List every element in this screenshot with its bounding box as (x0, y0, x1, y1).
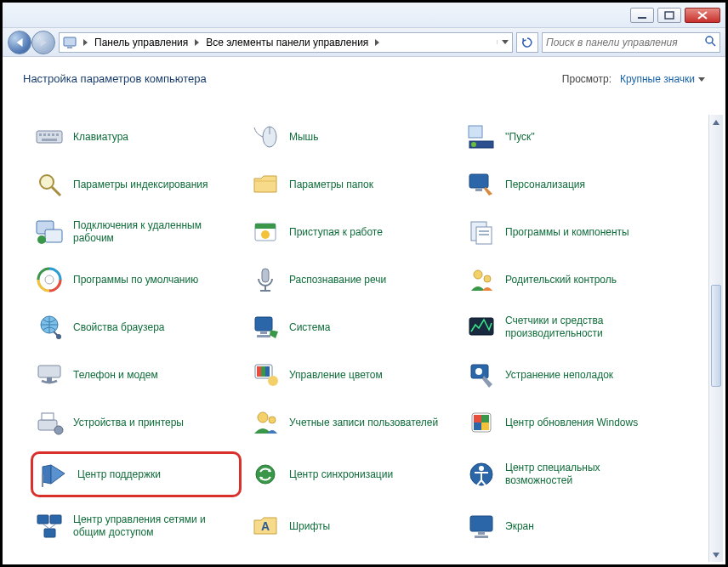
address-bar[interactable]: Панель управления Все элементы панели уп… (59, 32, 513, 53)
address-dropdown-button[interactable] (497, 40, 512, 44)
color-mgmt-icon (250, 360, 281, 390)
control-panel-item-label: Телефон и модем (73, 369, 158, 382)
control-panel-item-label: Программы по умолчанию (73, 274, 198, 286)
control-panel-item[interactable]: Электропитание (31, 555, 242, 562)
region-language-icon (250, 558, 281, 562)
svg-rect-41 (255, 317, 272, 331)
control-panel-item[interactable]: Клавиатура (31, 118, 242, 156)
search-input[interactable] (546, 37, 704, 48)
refresh-button[interactable] (516, 32, 538, 53)
control-panel-item[interactable]: Распознавание речи (247, 261, 458, 298)
chevron-right-icon (195, 39, 199, 46)
control-panel-item[interactable]: Управление цветом (247, 356, 458, 394)
control-panel-item[interactable]: Родительский контроль (463, 261, 674, 298)
svg-rect-60 (474, 415, 481, 422)
control-panel-item[interactable]: Центр специальных возможностей (463, 451, 674, 497)
control-panel-item[interactable]: Телефон и модем (31, 356, 242, 394)
svg-rect-1 (665, 12, 674, 19)
scroll-thumb[interactable] (711, 285, 721, 387)
breadcrumb-level1[interactable]: Панель управления (91, 37, 191, 48)
control-panel-item[interactable]: Центр поддержки (31, 451, 242, 497)
control-panel-item[interactable]: Центр обновления Windows (463, 404, 674, 441)
vertical-scrollbar[interactable] (708, 115, 723, 562)
control-panel-item[interactable]: Свойства браузера (31, 309, 242, 346)
svg-point-53 (475, 368, 482, 375)
svg-rect-12 (42, 139, 57, 141)
breadcrumb-level2[interactable]: Все элементы панели управления (202, 37, 372, 48)
control-panel-item[interactable]: Система (247, 309, 458, 346)
control-panel-item[interactable]: Мышь (247, 118, 458, 156)
control-panel-item[interactable]: Центр управления сетями и общим доступом (31, 507, 242, 545)
control-panel-item[interactable]: ''Пуск'' (463, 118, 674, 156)
svg-rect-63 (481, 422, 489, 430)
search-icon (704, 35, 716, 49)
power-icon (34, 558, 65, 562)
system-icon (250, 312, 281, 343)
content-pane: КлавиатураМышь''Пуск''Параметры индексир… (5, 115, 723, 562)
svg-point-27 (261, 230, 270, 239)
control-panel-item-label: Центр специальных возможностей (505, 462, 670, 487)
control-panel-item[interactable]: Учетные записи пользователей (247, 404, 458, 441)
svg-rect-69 (50, 515, 61, 524)
svg-point-4 (706, 37, 713, 43)
control-panel-item[interactable]: Параметры папок (247, 166, 458, 203)
control-panel-item[interactable]: Экран (463, 507, 674, 545)
back-button[interactable] (8, 31, 31, 54)
control-panel-item-label: Экран (505, 520, 534, 533)
svg-rect-55 (42, 413, 54, 420)
scroll-down-button[interactable] (709, 547, 723, 562)
svg-rect-74 (470, 516, 492, 531)
control-panel-item[interactable]: Параметры индексирования (31, 166, 242, 203)
svg-point-40 (56, 334, 61, 339)
fonts-icon: A (250, 511, 281, 541)
control-panel-item[interactable]: Программы по умолчанию (31, 261, 242, 298)
control-panel-item-label: Система (289, 321, 330, 334)
svg-rect-61 (481, 415, 489, 422)
svg-point-58 (269, 417, 276, 423)
control-panel-item[interactable]: AШрифты (247, 507, 458, 545)
control-panel-item-label: Мышь (289, 131, 319, 144)
scroll-up-button[interactable] (709, 115, 723, 129)
close-button[interactable] (685, 8, 720, 23)
svg-point-67 (479, 466, 484, 471)
control-panel-item-label: Управление цветом (289, 369, 383, 382)
svg-rect-68 (37, 515, 48, 524)
svg-rect-11 (56, 133, 59, 136)
control-panel-item-label: Центр синхронизации (289, 468, 393, 481)
svg-point-65 (256, 465, 275, 484)
svg-line-72 (49, 524, 56, 529)
getting-started-icon (250, 217, 281, 247)
control-panel-item[interactable]: Приступая к работе (247, 213, 458, 251)
view-mode-dropdown[interactable]: Крупные значки (620, 73, 705, 85)
svg-point-16 (471, 142, 476, 147)
navigation-bar: Панель управления Все элементы панели уп… (3, 28, 725, 57)
forward-button[interactable] (31, 31, 55, 54)
search-box[interactable] (542, 32, 720, 53)
control-panel-item-label: Центр управления сетями и общим доступом (73, 513, 238, 539)
svg-rect-76 (475, 536, 488, 538)
taskbar-icon (466, 122, 497, 152)
control-panel-item[interactable]: Счетчики и средства производительности (463, 309, 674, 346)
control-panel-item[interactable]: Центр синхронизации (247, 451, 458, 497)
control-panel-item[interactable]: Устранение неполадок (463, 356, 674, 394)
control-panel-item[interactable]: Персонализация (463, 166, 674, 203)
svg-line-5 (712, 43, 715, 46)
control-panel-item[interactable]: Программы и компоненты (463, 213, 674, 251)
action-center-icon (38, 459, 69, 490)
svg-point-24 (37, 235, 46, 244)
control-panel-item[interactable]: Язык и региональные стандарты (247, 555, 458, 562)
minimize-button[interactable] (630, 8, 654, 23)
control-panel-item[interactable]: Устройства и принтеры (31, 404, 242, 441)
window-titlebar (3, 3, 725, 28)
svg-rect-17 (469, 126, 482, 138)
maximize-button[interactable] (657, 8, 681, 23)
svg-rect-50 (265, 366, 270, 377)
network-icon (34, 511, 65, 541)
control-panel-item[interactable]: Подключения к удаленным рабочим (31, 213, 242, 251)
page-title: Настройка параметров компьютера (23, 72, 207, 85)
svg-rect-42 (260, 332, 267, 334)
svg-rect-70 (44, 529, 55, 537)
control-panel-item-label: Приступая к работе (289, 226, 383, 239)
control-panel-item-label: Шрифты (289, 520, 330, 533)
default-programs-icon (34, 264, 65, 295)
